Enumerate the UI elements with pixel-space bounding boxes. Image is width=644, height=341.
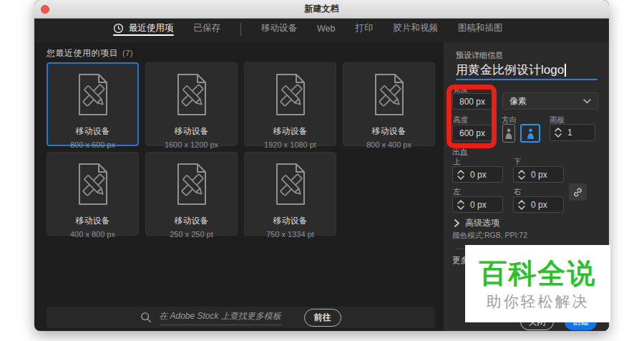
landscape-orientation-button[interactable] <box>520 124 540 143</box>
search-input[interactable]: 在 Adobe Stock 上查找更多模板 <box>159 310 281 325</box>
document-icon <box>272 163 309 206</box>
stepper-arrows[interactable] <box>518 170 525 180</box>
chevron-down-icon <box>457 206 464 210</box>
document-title-input[interactable]: 用黄金比例设计logo <box>456 61 597 80</box>
bleed-right-input[interactable]: 0 px <box>513 196 564 213</box>
chevron-down-icon <box>518 206 525 210</box>
window-title: 新建文档 <box>305 3 339 15</box>
template-card[interactable]: 移动设备 800 x 400 px <box>343 62 435 146</box>
chevron-down-icon <box>518 176 525 180</box>
template-card[interactable]: 移动设备 1600 x 1200 px <box>145 62 238 146</box>
document-title-text: 用黄金比例设计logo <box>456 62 564 78</box>
watermark-overlay: 百科全说 助你轻松解决 <box>465 245 610 322</box>
height-input[interactable]: 600 px <box>452 125 493 141</box>
document-icon <box>74 73 112 116</box>
tab-art-illustration[interactable]: 图稿和插图 <box>458 19 503 42</box>
portrait-orientation-button[interactable] <box>502 124 515 143</box>
template-card[interactable]: 移动设备 800 x 600 px <box>47 62 139 146</box>
chevron-down-icon <box>583 99 591 104</box>
template-dimensions: 800 x 400 px <box>366 140 411 149</box>
bleed-bottom-label: 下 <box>514 157 522 167</box>
template-dimensions: 1600 x 1200 px <box>165 140 218 149</box>
width-input[interactable]: 800 px <box>452 93 493 110</box>
tab-web[interactable]: Web <box>317 19 335 42</box>
advanced-options-toggle[interactable]: 高级选项 <box>454 217 499 229</box>
tab-recent[interactable]: 最近使用项 <box>113 19 174 42</box>
bleed-top-input[interactable]: 0 px <box>452 166 503 183</box>
recent-items-count: (7) <box>122 49 133 57</box>
chevron-right-icon <box>454 219 459 227</box>
document-icon <box>371 73 408 116</box>
template-card[interactable]: 移动设备 250 x 250 pt <box>145 152 238 236</box>
document-icon <box>173 73 210 116</box>
template-name: 移动设备 <box>273 125 308 138</box>
tab-label: 打印 <box>355 22 373 34</box>
artboard-stepper[interactable]: 1 <box>550 124 595 141</box>
search-icon <box>140 312 152 323</box>
stepper-arrows[interactable] <box>457 170 464 180</box>
tab-print[interactable]: 打印 <box>355 19 373 42</box>
bleed-left-label: 左 <box>453 187 461 197</box>
bleed-top-value: 0 px <box>470 170 487 180</box>
chevron-up-icon <box>457 200 464 204</box>
template-name: 移动设备 <box>175 215 209 227</box>
template-name: 移动设备 <box>76 215 110 227</box>
tab-label: Web <box>317 24 335 34</box>
template-dimensions: 800 x 600 px <box>70 140 115 149</box>
bleed-label: 出血 <box>452 147 468 158</box>
recent-items-header: 您最近使用的项目(7) <box>47 47 133 59</box>
bleed-left-value: 0 px <box>470 200 487 210</box>
link-icon <box>572 187 583 198</box>
chevron-up-icon <box>518 170 525 174</box>
template-dimensions: 400 x 800 px <box>70 230 115 239</box>
template-card[interactable]: 移动设备 1920 x 1080 pt <box>244 62 336 146</box>
advanced-options-label: 高级选项 <box>465 217 499 229</box>
template-name: 移动设备 <box>273 215 308 227</box>
document-icon <box>272 73 309 116</box>
chevron-up-icon <box>555 128 562 132</box>
tab-label: 已保存 <box>194 22 221 34</box>
go-button[interactable]: 前往 <box>304 309 341 327</box>
height-label: 高度 <box>453 115 468 125</box>
close-traffic-light-button[interactable] <box>41 5 49 14</box>
document-icon <box>173 163 210 206</box>
chevron-up-icon <box>457 170 464 174</box>
tab-divider <box>240 23 241 36</box>
stepper-arrows[interactable] <box>518 200 525 210</box>
tab-label: 图稿和插图 <box>458 22 503 34</box>
stepper-arrows[interactable] <box>457 200 464 210</box>
tab-film-video[interactable]: 胶片和视频 <box>393 19 438 42</box>
tab-label: 移动设备 <box>261 22 297 34</box>
stepper-arrows[interactable] <box>555 128 562 138</box>
tab-saved[interactable]: 已保存 <box>194 19 221 42</box>
clock-icon <box>113 23 124 34</box>
recent-items-title: 您最近使用的项目 <box>47 48 118 58</box>
watermark-title: 百科全说 <box>479 259 597 287</box>
template-card[interactable]: 移动设备 400 x 800 px <box>47 152 139 236</box>
adobe-stock-searchbar[interactable]: 在 Adobe Stock 上查找更多模板 前往 <box>47 307 435 328</box>
bleed-right-label: 右 <box>514 187 522 197</box>
bleed-bottom-value: 0 px <box>531 170 547 180</box>
tab-label: 胶片和视频 <box>393 22 438 34</box>
text-cursor <box>565 64 566 77</box>
template-card[interactable]: 移动设备 750 x 1334 pt <box>244 152 336 236</box>
preset-details-header: 预设详细信息 <box>456 50 503 61</box>
tab-mobile[interactable]: 移动设备 <box>261 19 297 42</box>
link-bleed-values-button[interactable] <box>569 183 587 201</box>
category-tabbar: 最近使用项 已保存 移动设备 Web 打印 胶片和视频 图稿和插图 <box>34 19 609 42</box>
bleed-top-label: 上 <box>453 157 461 167</box>
chevron-down-icon <box>457 176 464 180</box>
titlebar: 新建文档 <box>34 0 609 19</box>
template-dimensions: 250 x 250 pt <box>170 230 213 239</box>
document-icon <box>74 163 112 206</box>
watermark-subtitle: 助你轻松解决 <box>487 294 590 309</box>
template-name: 移动设备 <box>372 125 406 138</box>
unit-dropdown[interactable]: 像素 <box>502 92 598 110</box>
bleed-bottom-input[interactable]: 0 px <box>513 166 564 183</box>
bleed-left-input[interactable]: 0 px <box>452 196 503 213</box>
template-dimensions: 750 x 1334 pt <box>266 230 314 239</box>
recent-items-grid: 移动设备 800 x 600 px 移动设备 160 <box>47 62 435 236</box>
artboard-count: 1 <box>567 128 572 138</box>
screen: 新建文档 最近使用项 已保存 移动设备 Web 打印 <box>0 0 644 341</box>
chevron-up-icon <box>518 200 525 204</box>
